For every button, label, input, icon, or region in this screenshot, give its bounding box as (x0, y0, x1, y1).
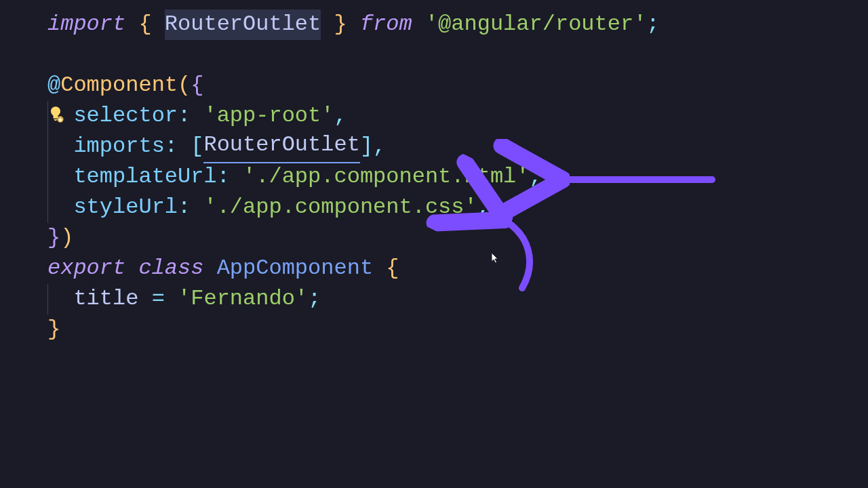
colon: : (165, 131, 178, 162)
paren-open: ( (178, 70, 191, 101)
equals: = (152, 284, 165, 314)
class-name: AppComponent (217, 253, 373, 284)
identifier-routeroutlet: RouterOutlet (165, 9, 321, 40)
keyword-export: export (47, 253, 125, 284)
code-editor[interactable]: import { RouterOutlet } from '@angular/r… (47, 9, 868, 345)
code-line-selector: selector: 'app-root', (47, 101, 868, 131)
comma: , (530, 162, 542, 192)
colon: : (178, 101, 191, 131)
colon: : (178, 192, 191, 223)
keyword-from: from (360, 9, 412, 40)
mouse-cursor-icon (491, 252, 499, 263)
brace-close: } (334, 9, 347, 40)
brace-open: { (386, 253, 399, 284)
string-fernando: 'Fernando' (178, 284, 308, 314)
string-module: '@angular/router' (425, 9, 646, 40)
code-line-decorator: @Component({ (47, 70, 868, 101)
code-line-import: import { RouterOutlet } from '@angular/r… (47, 9, 868, 40)
prop-templateurl: templateUrl (73, 162, 216, 192)
semicolon: ; (646, 9, 659, 40)
comma: , (334, 101, 347, 131)
code-line-close-decorator: }) (47, 223, 868, 253)
decorator-name: Component (60, 70, 178, 101)
paren-close: ) (60, 223, 73, 253)
comma: , (373, 131, 386, 162)
lightbulb-icon[interactable] (46, 105, 65, 124)
brace-close: } (47, 314, 60, 345)
code-line-styleurl: styleUrl: './app.component.css', (47, 192, 868, 223)
keyword-class: class (138, 253, 203, 284)
bracket-open: [ (191, 131, 203, 162)
brace-close: } (47, 223, 60, 253)
bracket-close: ] (360, 131, 373, 162)
semicolon: ; (308, 284, 321, 314)
code-line-title: title = 'Fernando'; (47, 284, 868, 314)
brace-open: { (191, 70, 203, 101)
code-line-templateurl: templateUrl: './app.component.html', (47, 162, 868, 192)
decorator-at: @ (47, 70, 60, 101)
string-selector: 'app-root' (203, 101, 334, 131)
colon: : (217, 162, 230, 192)
code-line-blank (47, 40, 868, 70)
keyword-import: import (47, 9, 125, 40)
code-line-class-decl: export class AppComponent { (47, 253, 868, 284)
code-line-imports: imports: [RouterOutlet], (47, 131, 868, 162)
prop-title: title (73, 284, 138, 314)
comma: , (477, 192, 490, 223)
string-styleurl: './app.component.css' (203, 192, 477, 223)
prop-selector: selector (73, 101, 178, 131)
prop-styleurl: styleUrl (73, 192, 178, 223)
code-line-close-class: } (47, 314, 868, 345)
prop-imports: imports (73, 131, 164, 162)
identifier-routeroutlet-ref: RouterOutlet (203, 130, 359, 163)
string-templateurl: './app.component.html' (243, 162, 529, 192)
brace-open: { (138, 9, 151, 40)
